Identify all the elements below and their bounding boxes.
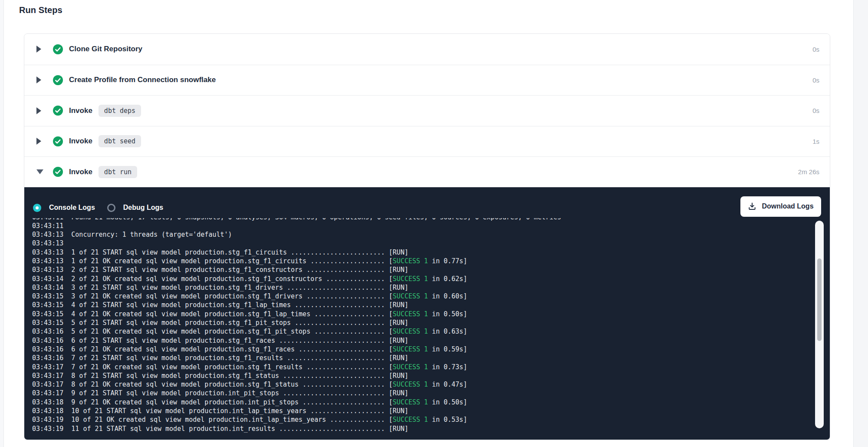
download-logs-button[interactable]: Download Logs — [740, 196, 821, 217]
step-duration: 1s — [812, 138, 819, 145]
success-check-icon — [53, 106, 63, 116]
console-logs-label[interactable]: Console Logs — [49, 204, 95, 212]
log-line: 03:43:17 7 of 21 OK created sql view mod… — [32, 363, 809, 371]
log-success-status: SUCCESS 1 — [393, 257, 428, 265]
log-success-status: SUCCESS 1 — [393, 416, 428, 424]
log-line: 03:43:19 10 of 21 OK created sql view mo… — [32, 415, 809, 424]
log-tabs: Console Logs Debug Logs — [33, 204, 175, 212]
step-duration: 0s — [812, 107, 819, 114]
chevron-box — [36, 107, 43, 114]
log-line: 03:43:14 3 of 21 START sql view model pr… — [32, 283, 809, 292]
step-command-chip: dbt deps — [99, 105, 141, 117]
success-check-icon — [53, 75, 63, 85]
page-right-gutter — [853, 0, 868, 447]
chevron-box — [36, 138, 43, 145]
log-lines: 03:43:11 Found 21 models, 17 tests, 0 sn… — [32, 218, 809, 433]
log-line: 03:43:18 9 of 21 OK created sql view mod… — [32, 398, 809, 407]
step-duration: 2m 26s — [798, 168, 819, 175]
log-success-status: SUCCESS 1 — [393, 345, 428, 353]
log-line: 03:43:16 6 of 21 START sql view model pr… — [32, 336, 809, 345]
run-steps-card: Clone Git Repository 0s Create Profile f… — [24, 33, 830, 440]
chevron-right-icon — [36, 138, 41, 145]
success-check-icon — [53, 44, 63, 54]
log-line: 03:43:16 5 of 21 OK created sql view mod… — [32, 327, 809, 336]
log-success-status: SUCCESS 1 — [393, 398, 428, 406]
page-left-gutter — [0, 0, 4, 447]
log-panel: Console Logs Debug Logs Download Logs 03… — [24, 187, 830, 440]
log-line: 03:43:13 — [32, 239, 809, 248]
log-scrollbar-thumb[interactable] — [817, 258, 822, 341]
step-title: Invoke — [69, 168, 92, 176]
log-success-status: SUCCESS 1 — [393, 381, 428, 388]
console-log-output[interactable]: 03:43:11 Found 21 models, 17 tests, 0 sn… — [32, 218, 809, 434]
download-logs-label: Download Logs — [762, 202, 813, 210]
log-line: 03:43:13 Concurrency: 1 threads (target=… — [32, 230, 809, 239]
debug-logs-label[interactable]: Debug Logs — [123, 204, 163, 212]
log-line: 03:43:15 5 of 21 START sql view model pr… — [32, 318, 809, 327]
step-row[interactable]: Clone Git Repository 0s — [24, 34, 830, 65]
log-line: 03:43:16 6 of 21 OK created sql view mod… — [32, 345, 809, 354]
chevron-box — [36, 76, 43, 83]
chevron-down-icon — [36, 169, 43, 174]
tab-console-logs[interactable]: Console Logs — [33, 204, 95, 212]
run-steps-page: Run Steps Clone Git Repository 0s Create… — [0, 0, 868, 447]
download-icon — [748, 202, 756, 211]
step-title: Create Profile from Connection snowflake — [69, 76, 216, 84]
log-line: 03:43:19 11 of 21 START sql view model p… — [32, 424, 809, 433]
chevron-right-icon — [36, 107, 41, 114]
step-duration: 0s — [812, 76, 819, 84]
step-title: Invoke — [69, 106, 92, 115]
console-logs-radio-icon[interactable] — [33, 204, 41, 212]
step-row[interactable]: Invoke dbt deps 0s — [24, 95, 830, 126]
step-title: Clone Git Repository — [69, 45, 142, 53]
log-line: 03:43:14 2 of 21 OK created sql view mod… — [32, 275, 809, 283]
log-success-status: SUCCESS 1 — [393, 275, 428, 283]
log-line: 03:43:15 4 of 21 OK created sql view mod… — [32, 310, 809, 318]
log-scrollbar-track[interactable] — [815, 221, 824, 428]
step-command-chip: dbt seed — [99, 135, 141, 147]
log-line: 03:43:17 8 of 21 START sql view model pr… — [32, 371, 809, 380]
log-line: 03:43:18 10 of 21 START sql view model p… — [32, 407, 809, 415]
log-line: 03:43:13 1 of 21 START sql view model pr… — [32, 248, 809, 257]
chevron-right-icon — [36, 76, 41, 83]
log-success-status: SUCCESS 1 — [393, 363, 428, 371]
page-title: Run Steps — [19, 5, 62, 15]
log-line: 03:43:15 3 of 21 OK created sql view mod… — [32, 292, 809, 301]
log-line: 03:43:17 8 of 21 OK created sql view mod… — [32, 380, 809, 389]
log-line: 03:43:17 9 of 21 START sql view model pr… — [32, 389, 809, 397]
step-duration: 0s — [812, 46, 819, 53]
log-line: 03:43:15 4 of 21 START sql view model pr… — [32, 301, 809, 309]
log-success-status: SUCCESS 1 — [393, 292, 428, 300]
debug-logs-radio-icon[interactable] — [107, 204, 115, 212]
log-line: 03:43:16 7 of 21 START sql view model pr… — [32, 354, 809, 362]
log-line: 03:43:11 — [32, 222, 809, 230]
step-row[interactable]: Invoke dbt run 2m 26s — [24, 156, 830, 187]
step-title: Invoke — [69, 137, 92, 146]
chevron-box — [36, 46, 43, 53]
step-rows: Clone Git Repository 0s Create Profile f… — [24, 34, 830, 187]
success-check-icon — [53, 167, 63, 177]
success-check-icon — [53, 136, 63, 146]
chevron-right-icon — [36, 46, 41, 53]
chevron-box — [36, 169, 43, 174]
log-success-status: SUCCESS 1 — [393, 328, 428, 335]
log-line: 03:43:11 Found 21 models, 17 tests, 0 sn… — [32, 218, 809, 222]
step-row[interactable]: Invoke dbt seed 1s — [24, 126, 830, 157]
step-command-chip: dbt run — [99, 166, 137, 178]
step-row[interactable]: Create Profile from Connection snowflake… — [24, 65, 830, 96]
log-line: 03:43:13 2 of 21 START sql view model pr… — [32, 265, 809, 274]
log-line: 03:43:13 1 of 21 OK created sql view mod… — [32, 257, 809, 265]
log-success-status: SUCCESS 1 — [393, 310, 428, 318]
tab-debug-logs[interactable]: Debug Logs — [107, 204, 163, 212]
